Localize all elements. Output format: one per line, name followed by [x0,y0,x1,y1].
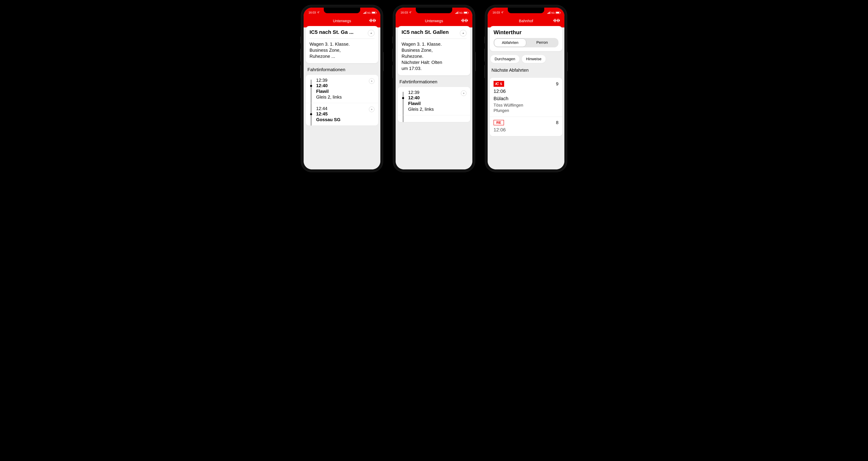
notch [416,8,452,13]
collapse-button[interactable] [368,30,374,36]
section-title: Fahrtinformationen [398,75,470,87]
signal-icon [363,11,366,14]
status-time: 16:03 [493,11,500,14]
header-bar: Unterwegs [304,16,380,26]
stop-arrival: 12:39 [316,78,374,83]
header-bar: Bahnhof [488,16,564,26]
stop-track: Gleis 2, links [316,94,374,100]
platform-number: 9 [556,81,558,87]
stop-departure: 12:40 [408,95,466,100]
journey-details: Wagen 3. 1. Klasse. Business Zone, Ruhez… [310,41,374,59]
re-badge: RE [494,120,504,125]
departure-time: 12:06 [494,89,558,94]
stop-row[interactable] [398,115,470,122]
signal-icon [455,11,458,14]
journey-title: IC5 nach St. Ga ... [310,29,366,35]
sbb-logo-icon [461,19,469,24]
header-bar: Unterwegs [396,16,472,26]
stop-row[interactable]: 12:44 12:45 Gossau SG [306,103,378,125]
battery-icon [556,12,560,14]
location-arrow-icon [501,11,503,14]
departure-row[interactable]: RE 8 12:06 [490,117,562,136]
platform-number: 8 [556,120,558,125]
departures-list: IC 5 9 12:06 Bülach Töss Wülflingen Pfun… [490,78,562,136]
stops-list: 12:39 12:40 Flawil Gleis 2, links [398,87,470,122]
stop-row[interactable]: 12:39 12:40 Flawil Gleis 2, links [398,87,470,115]
journey-title: IC5 nach St. Gallen [402,29,458,35]
battery-icon [464,12,468,14]
notch [324,8,360,13]
journey-details: Wagen 3. 1. Klasse. Business Zone, Ruhez… [402,41,466,71]
tab-perron[interactable]: Perron [526,38,558,47]
tab-abfahrten[interactable]: Abfahrten [494,38,526,47]
header-title: Unterwegs [333,19,351,23]
phone-2: 16:03 5G Unterwegs IC5 nach St. Gallen [393,5,475,172]
pill-hinweise[interactable]: Hinweise [522,55,546,63]
departure-destination: Bülach [494,96,558,101]
network-type: 5G [551,11,555,14]
stop-arrival: 12:39 [408,90,466,95]
sbb-logo-icon [553,19,561,24]
pill-durchsagen[interactable]: Durchsagen [490,55,519,63]
location-arrow-icon [409,11,411,14]
sbb-logo-icon [369,19,377,24]
status-time: 16:03 [401,11,408,14]
phone-3: 16:03 5G Bahnhof Winterthur Abfahr [485,5,567,172]
header-title: Unterwegs [425,19,443,23]
location-arrow-icon [317,11,319,14]
stops-list: 12:39 12:40 Flawil Gleis 2, links 12:44 … [306,75,378,125]
section-title: Nächste Abfahrten [490,63,562,75]
ic-badge: IC 5 [494,81,504,87]
journey-card[interactable]: IC5 nach St. Ga ... Wagen 3. 1. Klasse. … [306,26,378,63]
departure-row[interactable]: IC 5 9 12:06 Bülach Töss Wülflingen Pfun… [490,78,562,117]
station-card: Winterthur Abfahrten Perron [490,26,562,51]
stop-row[interactable]: 12:39 12:40 Flawil Gleis 2, links [306,75,378,103]
stop-departure: 12:45 [316,111,374,117]
phone-1: 16:03 5G Unterwegs IC5 nach St. Ga ... [301,5,383,172]
battery-icon [372,12,376,14]
stop-name: Flawil [408,101,466,106]
badge-type: IC [495,82,499,86]
station-name: Winterthur [494,29,558,36]
badge-number: 5 [500,82,502,86]
network-type: 5G [459,11,463,14]
departure-stops: Töss Wülflingen Pfungen [494,102,558,113]
stop-departure: 12:40 [316,83,374,88]
stop-track: Gleis 2, links [408,106,466,112]
notch [508,8,544,13]
header-title: Bahnhof [519,19,533,23]
collapse-button[interactable] [460,30,466,36]
stop-name: Gossau SG [316,117,374,122]
journey-card[interactable]: IC5 nach St. Gallen Wagen 3. 1. Klasse. … [398,26,470,75]
status-time: 16:03 [309,11,316,14]
section-title: Fahrtinformationen [306,63,378,75]
network-type: 5G [367,11,371,14]
segment-control: Abfahrten Perron [494,38,558,48]
signal-icon [547,11,550,14]
departure-time: 12:06 [494,127,558,133]
stop-arrival: 12:44 [316,106,374,111]
stop-name: Flawil [316,89,374,94]
